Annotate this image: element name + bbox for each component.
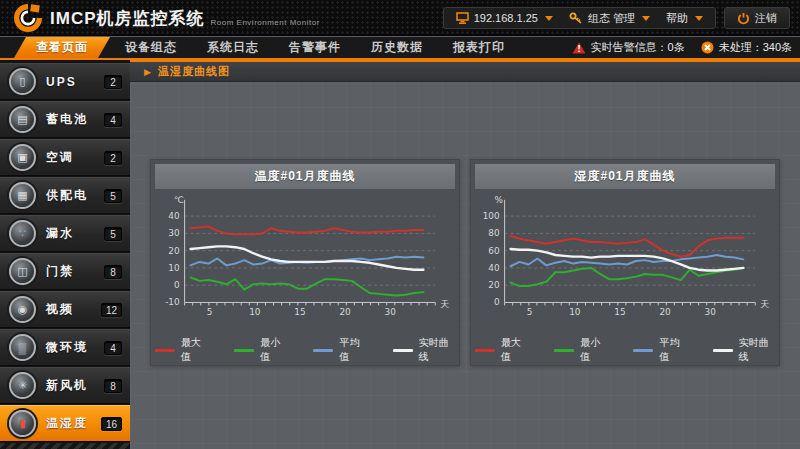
svg-text:0: 0	[494, 297, 500, 307]
sidebar-item-aircon[interactable]: ▣空调2	[0, 139, 130, 176]
ip-selector[interactable]: 192.168.1.25	[456, 12, 553, 24]
nav-tab[interactable]: 报表打印	[438, 37, 520, 58]
circle-x-icon	[701, 41, 714, 54]
count-badge: 5	[104, 227, 122, 241]
legend-item: 实时曲线	[393, 336, 455, 364]
app-window: IMCP机房监控系统 Room Environment Monitor 192.…	[0, 0, 800, 449]
ip-address: 192.168.1.25	[474, 12, 538, 24]
app-title: IMCP机房监控系统	[50, 7, 205, 30]
svg-text:20: 20	[488, 280, 500, 290]
humidity-chart: 020406080100510152030%天	[475, 193, 775, 333]
svg-text:10: 10	[249, 307, 261, 317]
sidebar-item-ups[interactable]: ▯UPS2	[0, 63, 130, 100]
chart-legend: 最大值最小值平均值实时曲线	[475, 336, 775, 364]
nav-tab[interactable]: 系统日志	[192, 37, 274, 58]
app-header: IMCP机房监控系统 Room Environment Monitor 192.…	[0, 0, 800, 36]
svg-text:100: 100	[483, 211, 500, 221]
unhandled-alert[interactable]: 未处理：340条	[701, 40, 792, 55]
unhandled-alert-text: 未处理：340条	[719, 40, 792, 55]
svg-text:%: %	[494, 195, 502, 205]
count-badge: 2	[104, 75, 122, 89]
sidebar-item-access[interactable]: ◫门禁8	[0, 253, 130, 290]
sidebar-item-leak[interactable]: ∵漏水5	[0, 215, 130, 252]
legend-swatch	[234, 349, 254, 352]
main-nav: 查看页面设备组态系统日志告警事件历史数据报表打印 ! 实时告警信息：0条 未处理…	[0, 37, 800, 60]
chevron-down-icon	[545, 16, 553, 21]
chevron-down-icon	[695, 16, 703, 21]
svg-text:20: 20	[659, 307, 671, 317]
count-badge: 2	[104, 151, 122, 165]
svg-text:80: 80	[488, 228, 500, 238]
legend-label: 最大值	[501, 336, 528, 364]
fresh-air-fan-icon: ✳	[9, 372, 36, 399]
svg-text:5: 5	[527, 307, 533, 317]
config-menu[interactable]: 组态 管理	[569, 11, 650, 26]
legend-item: 最大值	[155, 336, 208, 364]
sidebar-item-label: 新风机	[46, 377, 104, 394]
ups-icon: ▯	[9, 68, 36, 95]
micro-environment-icon: ▒	[9, 334, 36, 361]
legend-swatch	[633, 349, 653, 352]
svg-text:-10: -10	[165, 297, 180, 307]
legend-label: 实时曲线	[739, 336, 775, 364]
chart-legend: 最大值最小值平均值实时曲线	[155, 336, 455, 364]
sidebar-item-label: 视频	[46, 301, 101, 318]
legend-swatch	[554, 349, 574, 352]
temperature-chart: -10010203040510152030℃天	[155, 193, 455, 333]
legend-swatch	[393, 349, 413, 352]
count-badge: 4	[104, 341, 122, 355]
door-access-icon: ◫	[9, 258, 36, 285]
help-menu[interactable]: 帮助	[666, 11, 703, 26]
sidebar-item-power[interactable]: ▦供配电5	[0, 177, 130, 214]
sidebar-item-freshair[interactable]: ✳新风机8	[0, 367, 130, 404]
app-logo: IMCP机房监控系统 Room Environment Monitor	[14, 4, 320, 32]
monitor-icon	[456, 12, 469, 24]
legend-swatch	[713, 349, 733, 352]
power-distribution-icon: ▦	[9, 182, 36, 209]
header-toolbar: 192.168.1.25 组态 管理 帮助	[443, 7, 716, 29]
nav-tab[interactable]: 告警事件	[274, 37, 356, 58]
sidebar-item-video[interactable]: ◉视频12	[0, 291, 130, 328]
nav-tab[interactable]: 历史数据	[356, 37, 438, 58]
count-badge: 16	[101, 417, 122, 431]
battery-icon: ▤	[9, 106, 36, 133]
svg-text:60: 60	[488, 246, 500, 256]
sidebar-item-microenv[interactable]: ▒微环境4	[0, 329, 130, 366]
logo-icon	[14, 4, 42, 32]
svg-text:15: 15	[294, 307, 305, 317]
legend-label: 平均值	[339, 336, 366, 364]
triangle-right-icon: ▶	[144, 67, 151, 77]
sidebar-item-temphum[interactable]: ▮温湿度16	[0, 405, 130, 442]
realtime-alert[interactable]: ! 实时告警信息：0条	[572, 40, 685, 55]
svg-text:天: 天	[760, 299, 769, 309]
legend-item: 平均值	[633, 336, 686, 364]
legend-item: 平均值	[313, 336, 366, 364]
config-menu-label: 组态 管理	[588, 11, 635, 26]
main-area: ▶ 温湿度曲线图 温度#01月度曲线 -10010203040510152030…	[130, 60, 800, 449]
nav-tab[interactable]: 查看页面	[14, 37, 110, 58]
power-icon	[737, 12, 750, 25]
legend-swatch	[155, 349, 175, 352]
svg-text:40: 40	[168, 211, 180, 221]
section-header[interactable]: ▶ 温湿度曲线图	[130, 60, 800, 82]
svg-text:40: 40	[488, 263, 500, 273]
logout-label: 注销	[755, 11, 777, 26]
sidebar-item-label: 漏水	[46, 225, 104, 242]
legend-label: 平均值	[659, 336, 686, 364]
sidebar-item-label: 微环境	[46, 339, 104, 356]
air-conditioner-icon: ▣	[9, 144, 36, 171]
svg-text:30: 30	[384, 307, 396, 317]
temperature-chart-panel: 温度#01月度曲线 -10010203040510152030℃天 最大值最小值…	[150, 159, 460, 366]
svg-text:℃: ℃	[174, 195, 184, 205]
legend-item: 最小值	[554, 336, 607, 364]
logout-button[interactable]: 注销	[724, 7, 790, 29]
nav-tab[interactable]: 设备组态	[110, 37, 192, 58]
humidity-chart-panel: 湿度#01月度曲线 020406080100510152030%天 最大值最小值…	[470, 159, 780, 366]
help-menu-label: 帮助	[666, 11, 688, 26]
alert-bar: ! 实时告警信息：0条 未处理：340条	[572, 37, 792, 58]
legend-swatch	[475, 349, 495, 352]
sidebar-item-battery[interactable]: ▤蓄电池4	[0, 101, 130, 138]
chevron-down-icon	[642, 16, 650, 21]
legend-item: 实时曲线	[713, 336, 775, 364]
realtime-alert-text: 实时告警信息：0条	[591, 40, 685, 55]
